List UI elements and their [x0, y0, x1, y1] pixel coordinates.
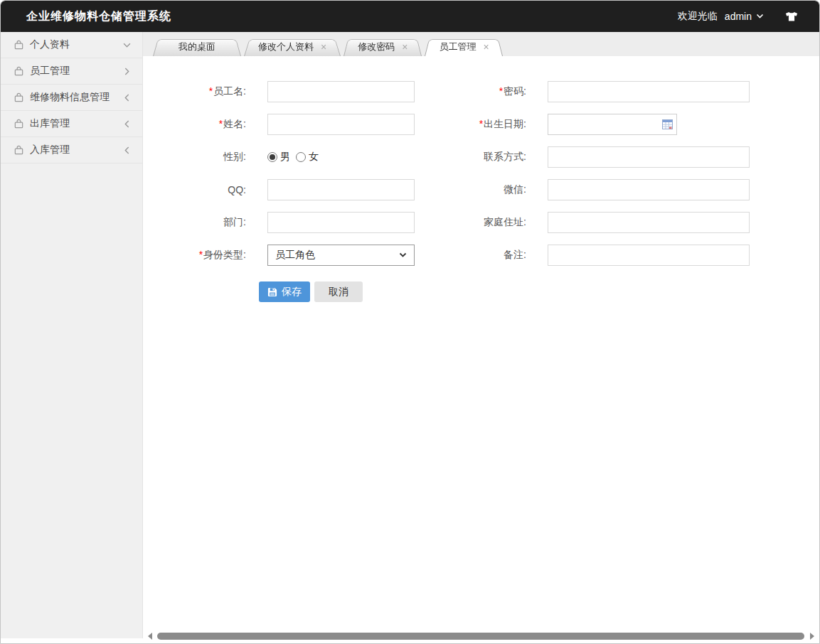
tab-bar: 我的桌面 修改个人资料 × 修改密码 × 员工管理 × [143, 32, 819, 56]
sidebar-item-label: 员工管理 [30, 65, 70, 77]
sidebar-item-label: 入库管理 [30, 144, 70, 156]
chevron-left-icon [123, 120, 131, 128]
chevron-left-icon [123, 94, 131, 102]
employee-form: *员工名: *密码: *姓名: *出生日期: [143, 75, 750, 272]
gender-label: 性别: [143, 151, 267, 163]
wechat-input[interactable] [548, 179, 750, 200]
app-window: 企业维修物料仓储管理系统 欢迎光临 admin 个人资料 [0, 0, 820, 644]
app-title: 企业维修物料仓储管理系统 [26, 9, 171, 24]
header-bar: 企业维修物料仓储管理系统 欢迎光临 admin [1, 1, 819, 32]
cancel-button[interactable]: 取消 [314, 281, 363, 302]
birth-date-label: *出生日期: [415, 118, 548, 131]
save-button-label: 保存 [282, 286, 302, 299]
tab-edit-personal-info[interactable]: 修改个人资料 × [244, 37, 341, 56]
birth-date-input[interactable] [548, 114, 677, 135]
sidebar-item-label: 维修物料信息管理 [30, 91, 110, 104]
save-button[interactable]: 保存 [259, 281, 310, 302]
sidebar-item-employee-management[interactable]: 员工管理 [1, 58, 142, 85]
required-marker: * [479, 118, 483, 129]
required-marker: * [199, 249, 203, 260]
contact-label: 联系方式: [415, 151, 548, 163]
address-input[interactable] [548, 212, 750, 233]
chevron-down-icon [123, 41, 131, 49]
gender-radio-group: 男 女 [267, 151, 415, 163]
tab-label: 修改个人资料 [258, 41, 314, 53]
welcome-text: 欢迎光临 [678, 10, 718, 23]
password-label: *密码: [415, 85, 548, 98]
department-label: 部门: [143, 216, 267, 229]
tab-my-desktop[interactable]: 我的桌面 [153, 37, 241, 56]
identity-type-label: *身份类型: [143, 249, 267, 262]
chevron-left-icon [123, 146, 131, 154]
user-menu-chevron-down-icon[interactable] [756, 14, 764, 19]
cancel-button-label: 取消 [329, 286, 348, 299]
username-text[interactable]: admin [725, 11, 752, 22]
address-label: 家庭住址: [415, 216, 548, 229]
department-input[interactable] [267, 212, 415, 233]
tab-employee-management[interactable]: 员工管理 × [425, 37, 503, 56]
chevron-down-icon [399, 252, 407, 258]
sidebar-item-outbound-management[interactable]: 出库管理 [1, 111, 142, 137]
close-icon[interactable]: × [402, 42, 408, 52]
main-content: *员工名: *密码: *姓名: *出生日期: [143, 56, 819, 643]
employee-name-input[interactable] [267, 81, 415, 102]
scrollbar-thumb[interactable] [157, 633, 804, 640]
sidebar-item-inbound-management[interactable]: 入库管理 [1, 137, 142, 163]
sidebar-item-label: 个人资料 [30, 38, 70, 51]
employee-name-label: *员工名: [143, 85, 267, 98]
scroll-right-arrow-icon[interactable] [810, 633, 814, 640]
identity-type-value: 员工角色 [275, 249, 315, 262]
sidebar-item-material-info-management[interactable]: 维修物料信息管理 [1, 85, 142, 111]
remark-label: 备注: [415, 249, 548, 262]
wechat-label: 微信: [415, 183, 548, 196]
bag-icon [14, 40, 24, 50]
form-actions: 保存 取消 [259, 281, 363, 302]
scroll-left-arrow-icon[interactable] [148, 633, 152, 640]
remark-input[interactable] [548, 245, 750, 266]
tab-label: 我的桌面 [179, 41, 215, 53]
bag-icon [14, 145, 24, 156]
password-input[interactable] [548, 81, 750, 102]
name-input[interactable] [267, 114, 415, 135]
sidebar: 个人资料 员工管理 维修物料信息管理 [1, 32, 143, 638]
horizontal-scrollbar [148, 632, 814, 640]
bag-icon [14, 119, 24, 129]
gender-female-radio[interactable] [296, 152, 306, 162]
required-marker: * [499, 85, 503, 97]
gender-female-label: 女 [309, 151, 319, 163]
qq-label: QQ: [143, 184, 267, 195]
sidebar-item-label: 出库管理 [30, 117, 70, 130]
required-marker: * [209, 85, 213, 97]
gender-male-label: 男 [280, 151, 290, 163]
shirt-icon[interactable] [784, 11, 799, 22]
identity-type-select[interactable]: 员工角色 [267, 245, 415, 266]
birth-date-field [548, 114, 677, 135]
bag-icon [14, 66, 24, 77]
required-marker: * [219, 118, 223, 129]
name-label: *姓名: [143, 118, 267, 131]
tab-label: 修改密码 [358, 41, 395, 53]
calendar-icon[interactable] [662, 119, 673, 129]
chevron-right-icon [123, 68, 131, 75]
tab-label: 员工管理 [439, 41, 476, 53]
tab-change-password[interactable]: 修改密码 × [344, 37, 422, 56]
sidebar-item-personal-info[interactable]: 个人资料 [1, 32, 142, 58]
close-icon[interactable]: × [483, 42, 489, 52]
gender-male-radio[interactable] [267, 152, 277, 162]
contact-input[interactable] [548, 146, 750, 168]
qq-input[interactable] [267, 179, 415, 200]
save-icon [267, 287, 277, 297]
close-icon[interactable]: × [321, 42, 326, 52]
bag-icon [14, 92, 24, 103]
